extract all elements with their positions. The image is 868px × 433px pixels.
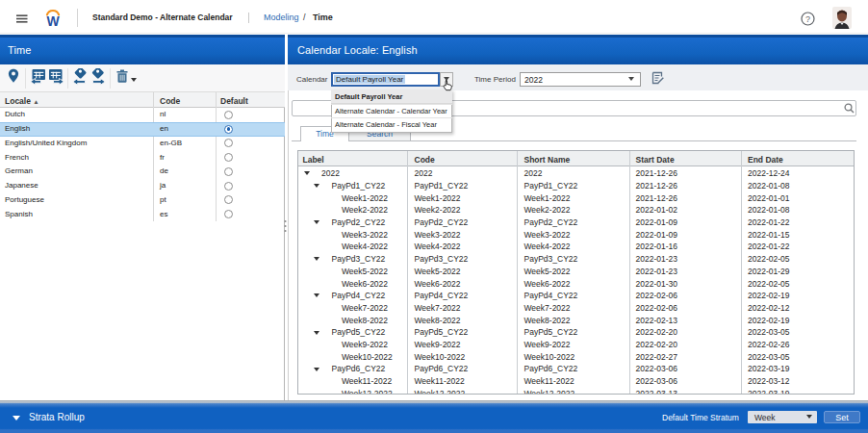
svg-text:W: W bbox=[46, 13, 60, 28]
svg-text:?: ? bbox=[805, 14, 810, 24]
